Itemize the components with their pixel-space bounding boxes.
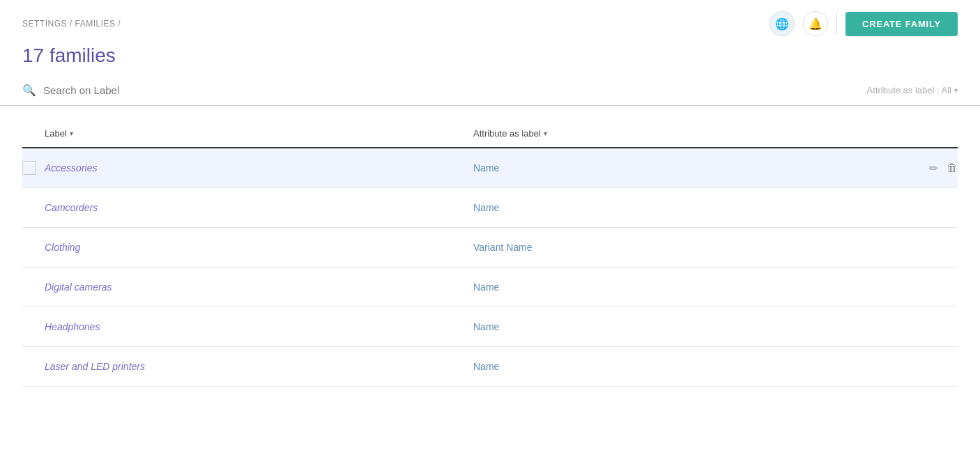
row-checkbox-container — [22, 201, 36, 215]
notification-button[interactable]: 🔔 — [803, 11, 828, 36]
row-label[interactable]: Headphones — [45, 321, 473, 332]
row-checkbox-container — [22, 161, 36, 175]
table-body: Accessories Name ✏ 🗑 Camcorders Name ✏ 🗑… — [22, 148, 958, 387]
page-header: SETTINGS / FAMILIES / 🌐 🔔 CREATE FAMILY — [0, 0, 980, 36]
search-icon: 🔍 — [22, 84, 36, 97]
table-row[interactable]: Headphones Name ✏ 🗑 — [22, 307, 958, 347]
row-label[interactable]: Laser and LED printers — [45, 361, 473, 372]
row-label[interactable]: Accessories — [45, 162, 473, 173]
row-label[interactable]: Camcorders — [45, 202, 473, 213]
row-actions: ✏ 🗑 — [902, 162, 958, 175]
delete-icon[interactable]: 🗑 — [947, 201, 958, 215]
edit-icon[interactable]: ✏ — [929, 360, 938, 373]
table-row[interactable]: Clothing Variant Name ✏ 🗑 — [22, 228, 958, 268]
search-bar: 🔍 Attribute as label : All ▾ — [0, 84, 980, 106]
table-header: Label ▾ Attribute as label ▾ — [22, 123, 958, 148]
row-label[interactable]: Digital cameras — [45, 281, 473, 293]
row-checkbox-container — [22, 240, 36, 254]
bell-icon: 🔔 — [809, 17, 822, 31]
row-attribute: Name — [473, 361, 902, 372]
col-attribute-sort-icon: ▾ — [544, 130, 547, 137]
row-checkbox-container — [22, 280, 36, 294]
edit-icon[interactable]: ✏ — [929, 281, 938, 294]
create-family-button[interactable]: CREATE FAMILY — [845, 12, 958, 36]
row-attribute: Name — [473, 202, 902, 213]
row-attribute: Name — [473, 321, 902, 332]
table-row[interactable]: Camcorders Name ✏ 🗑 — [22, 188, 958, 228]
row-attribute: Variant Name — [473, 242, 902, 253]
delete-icon[interactable]: 🗑 — [947, 320, 958, 334]
attribute-filter-dropdown[interactable]: Attribute as label : All ▾ — [867, 85, 958, 95]
row-checkbox[interactable] — [22, 161, 36, 175]
search-left: 🔍 — [22, 84, 867, 97]
row-attribute: Name — [473, 162, 902, 173]
edit-icon[interactable]: ✏ — [929, 241, 938, 254]
edit-icon[interactable]: ✏ — [929, 162, 938, 175]
page-title: 17 families — [0, 36, 980, 84]
header-divider — [836, 13, 837, 35]
row-checkbox-container — [22, 320, 36, 334]
breadcrumb: SETTINGS / FAMILIES / — [22, 19, 121, 29]
table-row[interactable]: Accessories Name ✏ 🗑 — [22, 148, 958, 188]
col-label-text: Label — [45, 128, 67, 139]
families-table: Label ▾ Attribute as label ▾ Accessories… — [0, 123, 980, 387]
search-input[interactable] — [43, 84, 252, 96]
help-icon-button[interactable]: 🌐 — [770, 11, 795, 36]
header-actions: 🌐 🔔 CREATE FAMILY — [770, 11, 958, 36]
edit-icon[interactable]: ✏ — [929, 320, 938, 334]
col-header-label[interactable]: Label ▾ — [45, 128, 473, 139]
row-checkbox-container — [22, 359, 36, 373]
col-attribute-text: Attribute as label — [473, 128, 541, 139]
table-row[interactable]: Digital cameras Name ✏ 🗑 — [22, 268, 958, 307]
table-row[interactable]: Laser and LED printers Name ✏ 🗑 — [22, 347, 958, 387]
row-label[interactable]: Clothing — [45, 242, 473, 253]
delete-icon[interactable]: 🗑 — [947, 162, 958, 175]
row-attribute: Name — [473, 281, 902, 293]
edit-icon[interactable]: ✏ — [929, 201, 938, 215]
col-header-attribute[interactable]: Attribute as label ▾ — [473, 128, 902, 139]
help-icon: 🌐 — [775, 17, 789, 31]
attribute-filter-label: Attribute as label : All — [867, 85, 951, 95]
delete-icon[interactable]: 🗑 — [947, 360, 958, 373]
delete-icon[interactable]: 🗑 — [947, 241, 958, 254]
delete-icon[interactable]: 🗑 — [947, 281, 958, 294]
dropdown-arrow-icon: ▾ — [954, 86, 958, 94]
col-label-sort-icon: ▾ — [70, 130, 73, 137]
